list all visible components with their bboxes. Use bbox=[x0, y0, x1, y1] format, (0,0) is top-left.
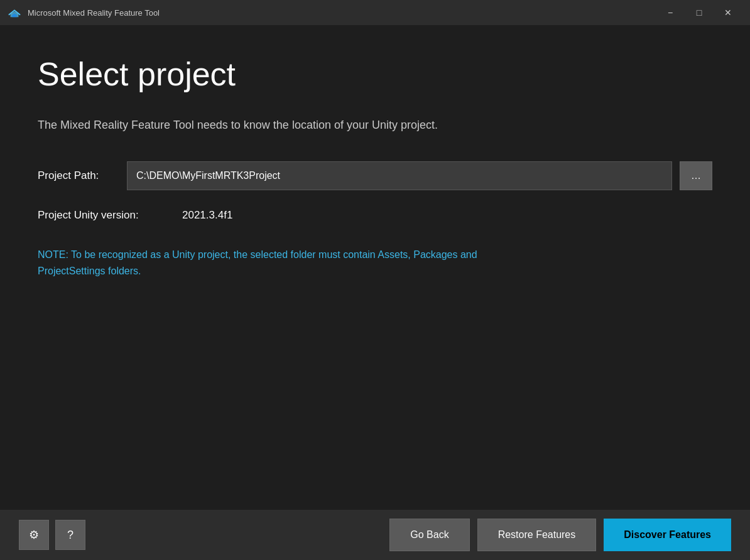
page-description: The Mixed Reality Feature Tool needs to … bbox=[38, 117, 712, 133]
unity-version-label: Project Unity version: bbox=[38, 209, 182, 222]
go-back-button[interactable]: Go Back bbox=[389, 519, 469, 551]
window-controls: − □ ✕ bbox=[656, 0, 742, 25]
maximize-button[interactable]: □ bbox=[685, 0, 714, 25]
app-icon bbox=[8, 6, 21, 19]
bottom-bar: ⚙ ? Go Back Restore Features Discover Fe… bbox=[0, 510, 750, 560]
restore-features-button[interactable]: Restore Features bbox=[477, 519, 597, 551]
note-text: NOTE: To be recognized as a Unity projec… bbox=[38, 247, 540, 279]
bottom-left-controls: ⚙ ? bbox=[19, 520, 389, 550]
unity-version-value: 2021.3.4f1 bbox=[182, 209, 232, 222]
app-title: Microsoft Mixed Reality Feature Tool bbox=[28, 8, 656, 18]
main-content: Select project The Mixed Reality Feature… bbox=[0, 25, 750, 510]
minimize-button[interactable]: − bbox=[656, 0, 685, 25]
browse-button[interactable]: … bbox=[680, 161, 712, 190]
project-path-input[interactable] bbox=[127, 161, 672, 190]
project-path-label: Project Path: bbox=[38, 170, 119, 182]
page-title: Select project bbox=[38, 57, 712, 92]
title-bar: Microsoft Mixed Reality Feature Tool − □… bbox=[0, 0, 750, 25]
project-path-row: Project Path: … bbox=[38, 161, 712, 190]
discover-features-button[interactable]: Discover Features bbox=[604, 519, 731, 551]
close-button[interactable]: ✕ bbox=[714, 0, 742, 25]
help-button[interactable]: ? bbox=[55, 520, 85, 550]
unity-version-row: Project Unity version: 2021.3.4f1 bbox=[38, 209, 712, 222]
settings-button[interactable]: ⚙ bbox=[19, 520, 49, 550]
bottom-right-controls: Go Back Restore Features Discover Featur… bbox=[389, 519, 731, 551]
